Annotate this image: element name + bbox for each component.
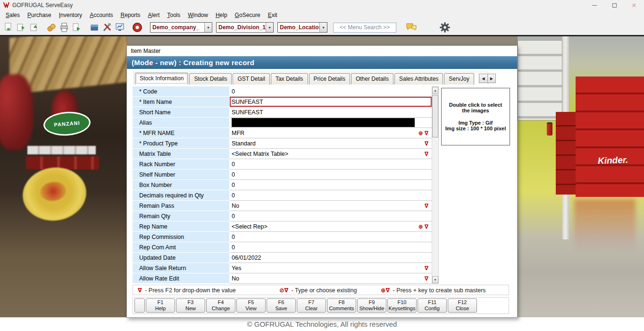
tab-stock-details[interactable]: Stock Details (189, 73, 232, 85)
chevron-down-icon[interactable]: ▼ (266, 23, 273, 32)
dropdown-icon[interactable]: ∇ (425, 203, 428, 209)
field-input[interactable]: 0 (230, 159, 432, 170)
refresh-record-icon[interactable] (27, 21, 40, 34)
menu-item-help[interactable]: Help (212, 11, 231, 19)
chevron-down-icon[interactable]: ▼ (204, 23, 212, 32)
field-input[interactable]: 0 (230, 190, 432, 201)
item-image-box[interactable]: Double click to select the images Img Ty… (441, 88, 510, 145)
tab-price-details[interactable]: Price Details (309, 73, 350, 85)
cash-icon[interactable] (45, 21, 58, 34)
fkey-f10-button[interactable]: F10Keysettings (387, 298, 417, 313)
legend-symbol: ∇ (138, 287, 142, 294)
maximize-icon[interactable] (604, 0, 624, 10)
dropdown-icon[interactable]: ∇ (425, 265, 428, 272)
fkey-key: F5 (248, 299, 254, 306)
field-input[interactable]: <Select Matrix Table>∇ (230, 149, 432, 159)
export-icon[interactable] (70, 21, 83, 34)
dropdown-icon[interactable]: ∇ (425, 275, 428, 282)
tabs: Stock InformationStock DetailsGST Detail… (135, 73, 475, 85)
copy-record-icon[interactable] (15, 21, 27, 34)
close-icon[interactable]: ✕ (624, 0, 644, 10)
field-input[interactable] (230, 118, 432, 128)
field-input[interactable]: No∇ (230, 273, 432, 284)
fkey-blank-button[interactable] (134, 298, 145, 313)
field-input[interactable]: SUNFEAST (230, 97, 432, 107)
image-box-size: Img size : 100 * 100 pixel (445, 126, 506, 131)
dropdown-icon[interactable]: ∇ (425, 130, 428, 136)
tab-other-details[interactable]: Other Details (351, 73, 393, 85)
field-label: Alias (133, 118, 230, 128)
stock-box-icon[interactable] (88, 21, 100, 34)
field-input[interactable]: MFR⊕∇ (230, 128, 432, 138)
fkey-f4-button[interactable]: F4Change (206, 298, 235, 313)
field-input[interactable]: No∇ (230, 201, 432, 211)
menu-search-box[interactable]: << Menu Search >> (333, 23, 396, 33)
field-value: No (232, 275, 239, 282)
power-icon[interactable] (131, 21, 143, 34)
menu-item-tools[interactable]: Tools (163, 11, 184, 19)
tools-icon[interactable] (100, 21, 113, 34)
field-input[interactable]: Yes∇ (230, 263, 432, 273)
scroll-up-icon[interactable]: ▲ (432, 87, 438, 94)
fkey-f8-button[interactable]: F8Comments (327, 298, 356, 313)
menu-item-purchase[interactable]: Purchase (24, 11, 55, 19)
menu-item-accounts[interactable]: Accounts (86, 11, 117, 19)
field-input[interactable]: Standard∇ (230, 138, 432, 149)
menu-item-alert[interactable]: Alert (144, 11, 164, 19)
field-input[interactable]: 0 (230, 232, 432, 242)
menu-item-reports[interactable]: Reports (117, 11, 144, 19)
toolbar-combo-company[interactable]: Demo_company_▼ (150, 22, 212, 33)
field-input[interactable]: 0 (230, 180, 432, 190)
tab-gst-detail[interactable]: GST Detail (233, 73, 269, 85)
dropdown-icon[interactable]: ∇ (425, 151, 428, 157)
fkey-f1-button[interactable]: F1Help (146, 298, 175, 313)
dropdown-icon[interactable]: ∇ (425, 140, 428, 147)
fkey-f3-button[interactable]: F3New (176, 298, 205, 313)
combo-value-location: Demo_Locatior (278, 23, 319, 32)
field-input[interactable]: 0 (230, 242, 432, 253)
scroll-down-icon[interactable]: ▼ (432, 276, 438, 283)
field-input[interactable]: <Select Rep>⊕∇ (230, 221, 432, 232)
toolbar-combo-division[interactable]: Demo_Division_1▼ (216, 22, 274, 33)
field-value: 0 (232, 88, 235, 95)
function-key-bar: F1HelpF3NewF4ChangeF5ViewF6SaveF7ClearF8… (133, 297, 509, 314)
tab-stock-information[interactable]: Stock Information (135, 73, 188, 85)
settings-gear-icon[interactable] (438, 21, 451, 34)
field-input[interactable]: 06/01/2022 (230, 253, 432, 263)
fkey-f11-button[interactable]: F11Config (418, 298, 447, 313)
menu-item-window[interactable]: Window (184, 11, 212, 19)
field-input[interactable]: 0 (230, 211, 432, 221)
field-row: Shelf Number0 (133, 170, 432, 180)
menu-item-sales[interactable]: Sales (2, 11, 24, 19)
field-input[interactable]: 0 (230, 170, 432, 180)
fkey-f9-button[interactable]: F9Show/Hide (357, 298, 386, 313)
fkey-f5-button[interactable]: F5View (236, 298, 266, 313)
dropdown-icon[interactable]: ∇ (425, 223, 428, 230)
tab-servjoy[interactable]: ServJoy (444, 73, 474, 85)
minimize-icon[interactable] (585, 0, 604, 10)
menu-item-gosecure[interactable]: GoSecure (231, 11, 264, 19)
create-submaster-icon[interactable]: ⊕ (418, 130, 423, 136)
tab-tax-details[interactable]: Tax Details (271, 73, 308, 85)
chevron-down-icon[interactable]: ▼ (319, 23, 327, 32)
tab-scroll-right-icon[interactable]: ▶ (487, 74, 495, 83)
legend-symbol: ⊕∇ (381, 287, 390, 294)
form-scrollbar[interactable]: ▲ ▼ (432, 86, 439, 284)
tab-sales-attributes[interactable]: Sales Attributes (394, 73, 443, 85)
display-chart-icon[interactable] (113, 21, 126, 34)
scroll-thumb[interactable] (432, 95, 438, 137)
menu-item-exit[interactable]: Exit (264, 11, 281, 19)
field-value: <Select Rep> (232, 223, 268, 230)
tab-scroll-left-icon[interactable]: ◀ (479, 74, 487, 83)
print-icon[interactable] (58, 21, 70, 34)
toolbar-combo-location[interactable]: Demo_Locatior▼ (277, 22, 327, 33)
field-input[interactable]: 0 (230, 86, 432, 97)
new-record-icon[interactable] (2, 21, 15, 34)
fkey-f7-button[interactable]: F7Clear (297, 298, 326, 313)
fkey-f12-button[interactable]: F12Close (448, 298, 477, 313)
field-input[interactable]: SUNFEAST (230, 107, 432, 118)
menu-item-inventory[interactable]: Inventory (55, 11, 86, 19)
create-submaster-icon[interactable]: ⊕ (418, 223, 423, 230)
chat-icon[interactable] (405, 21, 418, 34)
fkey-f6-button[interactable]: F6Save (267, 298, 296, 313)
